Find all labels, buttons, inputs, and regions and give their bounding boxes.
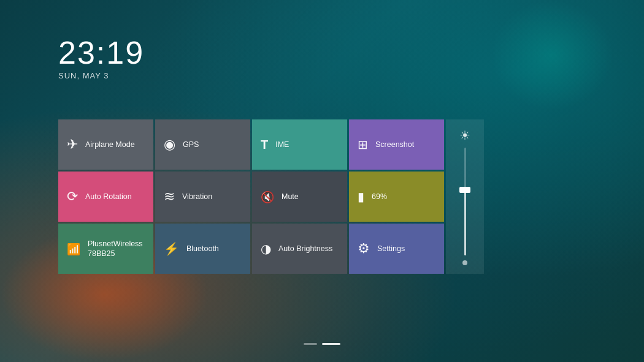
mute-label: Mute — [282, 192, 299, 202]
bg-blob-teal — [491, 0, 613, 110]
brightness-label: Auto Brightness — [278, 244, 332, 254]
airplane-icon — [67, 137, 78, 153]
tile-ime[interactable]: IME — [252, 119, 347, 170]
mute-icon — [261, 189, 274, 205]
tile-bluetooth[interactable]: Bluetooth — [155, 224, 250, 274]
brightness-thumb[interactable] — [459, 187, 470, 193]
vibration-label: Vibration — [182, 192, 212, 202]
tile-battery[interactable]: 69% — [349, 172, 444, 222]
clock-date: SUN, MAY 3 — [58, 71, 144, 80]
tile-mute[interactable]: Mute — [252, 172, 347, 222]
tile-vibration[interactable]: Vibration — [155, 172, 250, 222]
clock-area: 23:19 SUN, MAY 3 — [58, 37, 144, 80]
clock-time: 23:19 — [58, 37, 144, 69]
bluetooth-icon — [164, 241, 179, 257]
gps-label: GPS — [183, 140, 199, 149]
battery-label: 69% — [372, 192, 387, 202]
tile-wifi[interactable]: PlusnetWireless78BB25 — [58, 224, 153, 274]
battery-icon — [358, 189, 364, 205]
airplane-label: Airplane Mode — [85, 140, 135, 149]
settings-icon — [358, 241, 370, 257]
tile-screenshot[interactable]: Screenshot — [349, 119, 444, 170]
brightness-fill — [464, 190, 466, 255]
page-dot-1[interactable] — [304, 343, 317, 345]
rotation-label: Auto Rotation — [85, 192, 132, 202]
vibration-icon — [164, 189, 175, 205]
brightness-icon — [261, 241, 271, 257]
quick-settings-panel: Airplane Mode GPS IME Screenshot Auto Ro… — [58, 119, 484, 274]
screenshot-label: Screenshot — [375, 140, 414, 149]
ime-icon — [261, 137, 268, 153]
brightness-panel: ☀ — [446, 119, 484, 274]
tile-gps[interactable]: GPS — [155, 119, 250, 170]
brightness-max-icon: ☀ — [459, 128, 470, 143]
rotation-icon — [67, 189, 78, 205]
tile-auto-brightness[interactable]: Auto Brightness — [252, 224, 347, 274]
brightness-track[interactable] — [464, 148, 466, 255]
tile-auto-rotation[interactable]: Auto Rotation — [58, 172, 153, 222]
bluetooth-label: Bluetooth — [186, 244, 219, 254]
ime-label: IME — [275, 140, 289, 149]
tile-airplane-mode[interactable]: Airplane Mode — [58, 119, 153, 170]
page-indicator — [304, 343, 340, 345]
screenshot-icon — [358, 137, 368, 153]
wifi-label: PlusnetWireless78BB25 — [88, 239, 143, 259]
page-dot-2[interactable] — [322, 343, 340, 345]
tile-settings[interactable]: Settings — [349, 224, 444, 274]
settings-label: Settings — [377, 244, 405, 254]
gps-icon — [164, 137, 175, 153]
wifi-icon — [67, 241, 80, 257]
brightness-min-dot — [462, 260, 467, 265]
tiles-grid: Airplane Mode GPS IME Screenshot Auto Ro… — [58, 119, 444, 274]
